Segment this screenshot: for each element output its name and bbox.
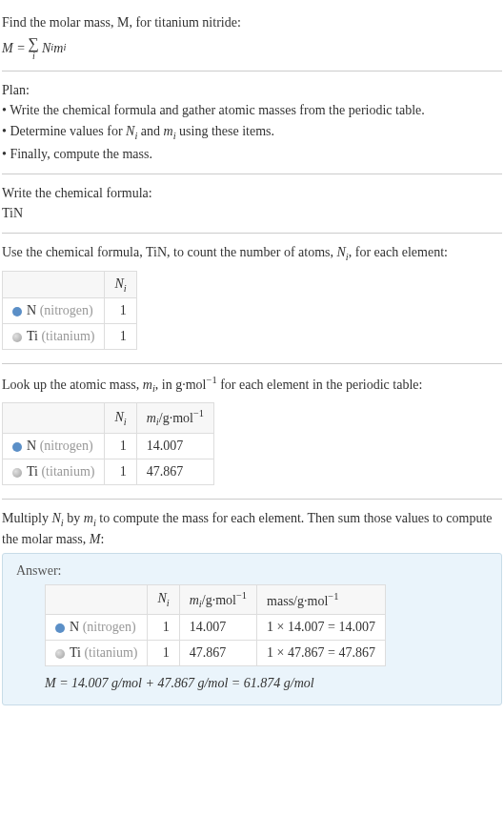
mass-var: m bbox=[143, 378, 152, 392]
header-N: Ni bbox=[105, 403, 136, 433]
mass-text-pre: Look up the atomic mass, bbox=[2, 378, 143, 392]
element-dot-icon bbox=[12, 333, 22, 342]
element-cell: N (nitrogen) bbox=[3, 433, 105, 459]
compute-v3: M bbox=[90, 532, 101, 546]
element-symbol: Ti bbox=[27, 464, 38, 479]
count-table: Ni N (nitrogen) 1 Ti (titanium) 1 bbox=[2, 271, 137, 351]
final-equation: M = 14.007 g/mol + 47.867 g/mol = 61.874… bbox=[45, 676, 488, 691]
table-row: Ti (titanium) 1 47.867 bbox=[3, 459, 214, 484]
element-symbol: Ti bbox=[70, 645, 81, 660]
chemical-formula-section: Write the chemical formula: TiN bbox=[2, 174, 502, 234]
intro-section: Find the molar mass, M, for titanium nit… bbox=[2, 4, 502, 71]
chem-formula-value: TiN bbox=[2, 204, 502, 223]
chem-formula-heading: Write the chemical formula: bbox=[2, 184, 502, 203]
compute-text: Multiply Ni by mi to compute the mass fo… bbox=[2, 509, 502, 549]
element-dot-icon bbox=[12, 307, 22, 316]
plan-bullet-1: • Write the chemical formula and gather … bbox=[2, 101, 502, 120]
element-symbol: N bbox=[27, 439, 36, 453]
header-element bbox=[46, 585, 148, 615]
m-cell: 47.867 bbox=[136, 459, 213, 484]
compute-section: Multiply Ni by mi to compute the mass fo… bbox=[2, 500, 502, 714]
table-header-row: Ni mi/g·mol−1 mass/g·mol−1 bbox=[46, 585, 386, 615]
header-m: mi/g·mol−1 bbox=[136, 403, 213, 433]
header-m: mi/g·mol−1 bbox=[179, 585, 256, 615]
count-text-pre: Use the chemical formula, TiN, to count … bbox=[2, 245, 337, 259]
compute-t2: by bbox=[64, 511, 84, 525]
answer-label: Answer: bbox=[16, 563, 488, 579]
N-cell: 1 bbox=[148, 641, 179, 666]
element-symbol: N bbox=[70, 620, 79, 634]
element-dot-icon bbox=[12, 442, 22, 452]
answer-box: Answer: Ni mi/g·mol−1 mass/g·mol−1 N (ni… bbox=[2, 553, 502, 705]
sigma-icon: ∑ i bbox=[29, 36, 39, 61]
element-cell: Ti (titanium) bbox=[46, 641, 148, 666]
header-N: Ni bbox=[148, 585, 179, 615]
table-row: N (nitrogen) 1 14.007 bbox=[3, 433, 214, 459]
element-label: (titanium) bbox=[38, 464, 95, 479]
mass-cell: 1 × 14.007 = 14.007 bbox=[257, 615, 386, 641]
count-var: N bbox=[337, 245, 346, 259]
compute-t4: : bbox=[100, 532, 104, 546]
plan-bullet-3: • Finally, compute the mass. bbox=[2, 145, 502, 164]
table-row: N (nitrogen) 1 bbox=[3, 298, 137, 324]
N-cell: 1 bbox=[105, 433, 136, 459]
element-label: (titanium) bbox=[38, 329, 95, 343]
element-symbol: N bbox=[27, 303, 36, 317]
molar-mass-formula: M = ∑ i Nimi bbox=[2, 36, 66, 61]
compute-v1: N bbox=[52, 511, 61, 525]
element-label: (nitrogen) bbox=[36, 303, 92, 317]
element-dot-icon bbox=[55, 649, 65, 659]
header-element bbox=[3, 271, 105, 298]
N-cell: 1 bbox=[148, 615, 179, 641]
compute-v2: m bbox=[84, 511, 93, 525]
element-label: (titanium) bbox=[81, 645, 138, 660]
mass-text: Look up the atomic mass, mi, in g·mol−1 … bbox=[2, 374, 502, 397]
m-cell: 14.007 bbox=[136, 433, 213, 459]
table-row: Ti (titanium) 1 47.867 1 × 47.867 = 47.8… bbox=[46, 641, 386, 666]
plan-section: Plan: • Write the chemical formula and g… bbox=[2, 71, 502, 174]
table-row: Ti (titanium) 1 bbox=[3, 324, 137, 350]
count-atoms-section: Use the chemical formula, TiN, to count … bbox=[2, 234, 502, 364]
formula-lhs: M = bbox=[2, 39, 26, 58]
formula-m-sub: i bbox=[63, 41, 66, 55]
formula-m: m bbox=[53, 39, 63, 58]
element-cell: Ti (titanium) bbox=[3, 324, 105, 350]
element-symbol: Ti bbox=[27, 329, 38, 343]
sigma-sub: i bbox=[32, 51, 35, 61]
N-cell: 1 bbox=[105, 298, 136, 324]
count-text-post: , for each element: bbox=[349, 245, 448, 259]
element-cell: Ti (titanium) bbox=[3, 459, 105, 484]
count-text: Use the chemical formula, TiN, to count … bbox=[2, 243, 502, 264]
table-header-row: Ni mi/g·mol−1 bbox=[3, 403, 214, 433]
plan-bullet-2: • Determine values for Ni and mi using t… bbox=[2, 122, 502, 143]
formula-N: N bbox=[42, 39, 50, 58]
mass-text-post: for each element in the periodic table: bbox=[217, 378, 423, 392]
intro-prompt: Find the molar mass, M, for titanium nit… bbox=[2, 13, 502, 32]
element-cell: N (nitrogen) bbox=[3, 298, 105, 324]
atomic-mass-section: Look up the atomic mass, mi, in g·mol−1 … bbox=[2, 364, 502, 500]
header-mass: mass/g·mol−1 bbox=[257, 585, 386, 615]
mass-cell: 1 × 47.867 = 47.867 bbox=[257, 641, 386, 666]
m-cell: 14.007 bbox=[179, 615, 256, 641]
header-N: Ni bbox=[105, 271, 136, 298]
element-dot-icon bbox=[12, 468, 22, 478]
plan-heading: Plan: bbox=[2, 81, 502, 100]
mass-text-mid: , in g·mol bbox=[155, 378, 207, 392]
mass-sup: −1 bbox=[206, 375, 216, 385]
header-element bbox=[3, 403, 105, 433]
element-dot-icon bbox=[55, 623, 65, 633]
element-label: (nitrogen) bbox=[79, 620, 135, 634]
table-header-row: Ni bbox=[3, 271, 137, 298]
m-cell: 47.867 bbox=[179, 641, 256, 666]
mass-table: Ni mi/g·mol−1 N (nitrogen) 1 14.007 Ti (… bbox=[2, 402, 214, 484]
element-cell: N (nitrogen) bbox=[46, 615, 148, 641]
N-cell: 1 bbox=[105, 324, 136, 350]
table-row: N (nitrogen) 1 14.007 1 × 14.007 = 14.00… bbox=[46, 615, 386, 641]
compute-t1: Multiply bbox=[2, 511, 52, 525]
element-label: (nitrogen) bbox=[36, 439, 92, 453]
N-cell: 1 bbox=[105, 459, 136, 484]
answer-inner: Ni mi/g·mol−1 mass/g·mol−1 N (nitrogen) … bbox=[16, 584, 488, 691]
answer-table: Ni mi/g·mol−1 mass/g·mol−1 N (nitrogen) … bbox=[45, 584, 386, 666]
